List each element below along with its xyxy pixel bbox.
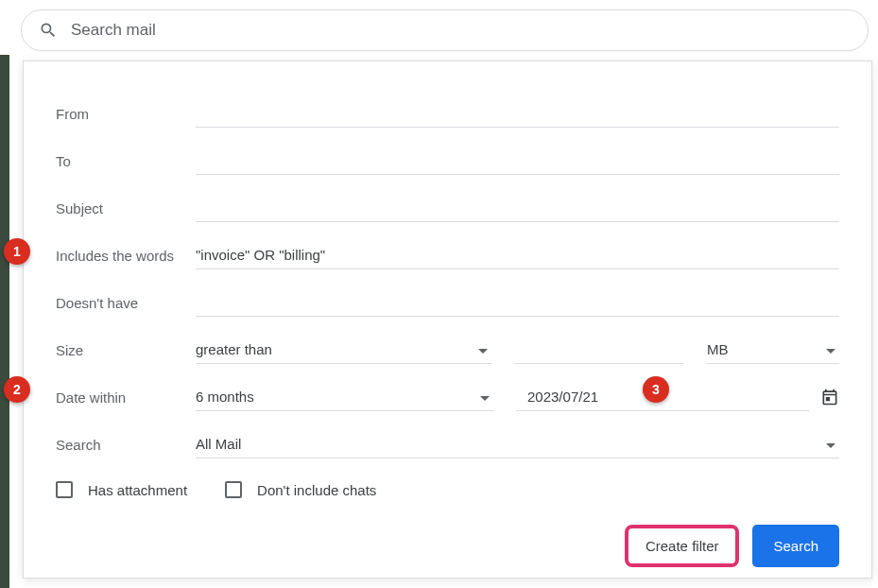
search-scope-label: Search <box>56 437 196 453</box>
search-scope-row: Search All Mail <box>56 421 839 468</box>
chevron-down-icon <box>480 389 490 405</box>
has-attachment-label: Has attachment <box>88 482 187 498</box>
search-button[interactable]: Search <box>752 525 839 567</box>
from-row: From <box>56 90 839 137</box>
doesnt-have-label: Doesn't have <box>56 295 196 311</box>
includes-label: Includes the words <box>56 248 196 264</box>
doesnt-have-input[interactable] <box>196 288 839 317</box>
search-bar[interactable] <box>21 9 869 51</box>
to-row: To <box>56 137 839 184</box>
date-row: Date within 6 months <box>56 373 839 421</box>
doesnt-have-row: Doesn't have <box>56 279 839 326</box>
has-attachment-option[interactable]: Has attachment <box>56 481 187 498</box>
search-scope-value: All Mail <box>196 436 241 452</box>
includes-input[interactable] <box>196 241 839 269</box>
has-attachment-checkbox[interactable] <box>56 481 73 498</box>
includes-row: Includes the words <box>56 232 839 279</box>
size-label: Size <box>56 342 196 358</box>
size-unit-select[interactable]: MB <box>707 336 839 364</box>
size-row: Size greater than MB <box>56 326 839 373</box>
subject-label: Subject <box>56 200 196 216</box>
action-buttons: Create filter Search <box>56 525 839 567</box>
chevron-down-icon <box>826 341 835 357</box>
from-label: From <box>56 106 196 122</box>
size-unit-value: MB <box>707 341 729 357</box>
size-value-input[interactable] <box>514 336 684 364</box>
to-input[interactable] <box>196 147 839 175</box>
annotation-badge-3: 3 <box>643 376 669 403</box>
sidebar-sliver <box>0 55 9 588</box>
annotation-badge-2: 2 <box>4 376 30 403</box>
no-chats-label: Don't include chats <box>257 482 376 498</box>
no-chats-checkbox[interactable] <box>225 481 242 498</box>
size-operator-select[interactable]: greater than <box>196 336 491 364</box>
subject-row: Subject <box>56 184 839 232</box>
to-label: To <box>56 153 196 169</box>
annotation-badge-1: 1 <box>4 238 30 265</box>
search-input[interactable] <box>71 21 851 40</box>
date-range-select[interactable]: 6 months <box>196 383 493 411</box>
subject-input[interactable] <box>196 194 839 222</box>
chevron-down-icon <box>826 436 835 452</box>
checkbox-row: Has attachment Don't include chats <box>56 481 839 498</box>
search-scope-select[interactable]: All Mail <box>196 430 839 458</box>
search-icon <box>39 21 58 40</box>
no-chats-option[interactable]: Don't include chats <box>225 481 376 498</box>
size-operator-value: greater than <box>196 341 272 357</box>
from-input[interactable] <box>196 99 839 128</box>
date-label: Date within <box>56 389 196 406</box>
advanced-search-panel: From To Subject Includes the words Doesn… <box>23 61 872 579</box>
calendar-icon[interactable] <box>820 388 839 406</box>
create-filter-button[interactable]: Create filter <box>625 525 740 567</box>
date-range-value: 6 months <box>196 389 254 405</box>
chevron-down-icon <box>478 341 488 357</box>
